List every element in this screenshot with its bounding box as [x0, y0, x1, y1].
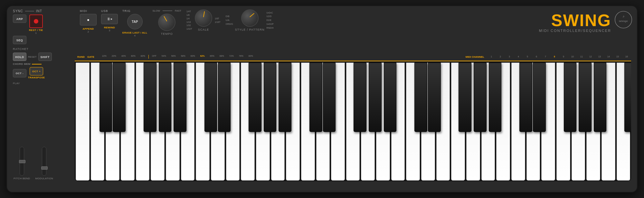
ch-4: 4: [514, 55, 523, 58]
modulation-track: [42, 147, 46, 176]
rewind-button[interactable]: ⏸▶: [101, 14, 118, 24]
bk-gs2[interactable]: [264, 63, 277, 132]
bk-ds5[interactable]: [533, 63, 546, 132]
svg-text:behringer: behringer: [619, 20, 628, 23]
brand-name: SWING: [539, 12, 611, 29]
bk-as2[interactable]: [279, 63, 291, 132]
bk-cs6[interactable]: [624, 63, 631, 132]
bk-gs3[interactable]: [369, 63, 382, 132]
behringer-logo: 𝑏 behringer: [614, 11, 632, 29]
sync-label: SYNC: [13, 9, 23, 13]
val-80b: 80%: [246, 55, 256, 59]
midi-append-button[interactable]: ■: [80, 14, 97, 25]
transpose-label: TRANSPOSE: [28, 76, 45, 79]
ch-7: 7: [541, 55, 550, 58]
ch-2: 2: [496, 55, 505, 58]
bk-ds3[interactable]: [323, 63, 336, 132]
erase-last-label: ERASE LAST / ALL: [122, 31, 147, 34]
pitch-bend-thumb[interactable]: [19, 160, 25, 163]
bk-gs5[interactable]: [579, 63, 592, 132]
val-60: 60%: [188, 55, 198, 59]
ch-6: 6: [532, 55, 541, 58]
bk-cs4[interactable]: [414, 63, 427, 132]
bk-ds1[interactable]: [113, 63, 126, 132]
scale-label: SCALE: [198, 28, 209, 31]
bk-fs4[interactable]: [459, 63, 471, 132]
brand-area: SWING MIDI CONTROLLER/SEQUENCER: [539, 12, 611, 33]
modulation-thumb[interactable]: [41, 166, 48, 170]
ch-10: 10: [568, 55, 577, 58]
trig-1-8t: 1/8T: [215, 17, 221, 20]
ch-16: 16: [622, 55, 631, 58]
arp-button[interactable]: ARP: [13, 15, 26, 23]
ch-12: 12: [586, 55, 595, 58]
val-65: 65%: [207, 55, 217, 59]
ch-9: 9: [559, 55, 568, 58]
shift-button[interactable]: SHIFT: [38, 53, 52, 61]
piano-body: [75, 62, 631, 181]
bk-fs3[interactable]: [354, 63, 366, 132]
ch-5: 5: [523, 55, 532, 58]
bk-cs2[interactable]: [204, 63, 217, 132]
erase-last-num: 4: [122, 34, 147, 37]
bk-fs5[interactable]: [564, 63, 577, 132]
svg-text:𝑏: 𝑏: [623, 15, 624, 18]
bk-ds2[interactable]: [218, 63, 231, 132]
style-knob[interactable]: [241, 9, 259, 27]
reset-label[interactable]: RESET: [28, 55, 37, 58]
bk-as3[interactable]: [384, 63, 397, 132]
usb-label: USB: [101, 9, 108, 13]
play-label: PLAY: [13, 82, 20, 85]
rewind-label: REWIND: [104, 26, 115, 29]
bk-cs5[interactable]: [519, 63, 532, 132]
bk-fs2[interactable]: [249, 63, 261, 132]
white-keys-container: [75, 62, 631, 181]
pitch-bend-slider-container: PITCH BEND: [14, 147, 30, 180]
bk-cs3[interactable]: [309, 63, 322, 132]
ratchet-label: RATCHET: [13, 47, 29, 51]
ch-1: 1: [487, 55, 496, 58]
tempo-knob[interactable]: [158, 14, 175, 31]
val-58: 58%: [178, 55, 188, 59]
bk-gs4[interactable]: [474, 63, 487, 132]
ch-3: 3: [505, 55, 514, 58]
swing-values: 10% 20% 40% 60% 80% OFF 54% 56% 58% 60% …: [99, 55, 466, 59]
rand-label: RAND: [77, 55, 85, 58]
top-controls: SYNC INT ARP REST / TIE 1: [7, 6, 637, 53]
val-80: 80%: [138, 55, 148, 59]
white-key-c1[interactable]: [76, 63, 90, 181]
trig-1-8: 1/8: [186, 14, 192, 17]
bk-as5[interactable]: [594, 63, 607, 132]
bk-ds4[interactable]: [428, 63, 441, 132]
val-56: 56%: [169, 55, 178, 59]
bk-fs1[interactable]: [144, 63, 156, 132]
bk-cs1[interactable]: [99, 63, 112, 132]
rewind-num: 3: [104, 29, 115, 32]
bk-as4[interactable]: [489, 63, 502, 132]
tap-button[interactable]: TAP: [127, 14, 143, 29]
oct-minus-button[interactable]: OCT -: [13, 69, 26, 77]
oct-plus-button[interactable]: OCT +: [30, 67, 43, 75]
fast-label: FAST: [175, 9, 181, 12]
rest-tie-button[interactable]: [29, 15, 43, 28]
bk-gs1[interactable]: [159, 63, 172, 132]
swing-divider-1: [148, 55, 149, 59]
chord-mem-label: CHORD MEM: [13, 63, 31, 65]
rest-tie-label: REST / TIE: [29, 29, 43, 32]
scale-knob[interactable]: [195, 9, 212, 27]
tempo-label: TEMPO: [161, 32, 173, 35]
val-60: 60%: [128, 55, 138, 59]
trig-1-32t: 1/32T: [186, 27, 192, 31]
hold-button[interactable]: HOLD: [13, 53, 26, 61]
seq-button[interactable]: SEQ: [13, 36, 26, 44]
val-72: 72%: [227, 55, 236, 59]
val-off: OFF: [149, 55, 159, 59]
ch-11: 11: [577, 55, 586, 58]
trig-1-16: 1/16: [186, 21, 192, 24]
ch-15: 15: [613, 55, 622, 58]
keyboard-unit: SYNC INT ARP REST / TIE 1: [6, 5, 638, 193]
bk-as1[interactable]: [174, 63, 186, 132]
piano-top-line: [75, 61, 631, 61]
append-label: APPEND: [82, 27, 94, 30]
style-u_a: U/A: [226, 19, 233, 22]
